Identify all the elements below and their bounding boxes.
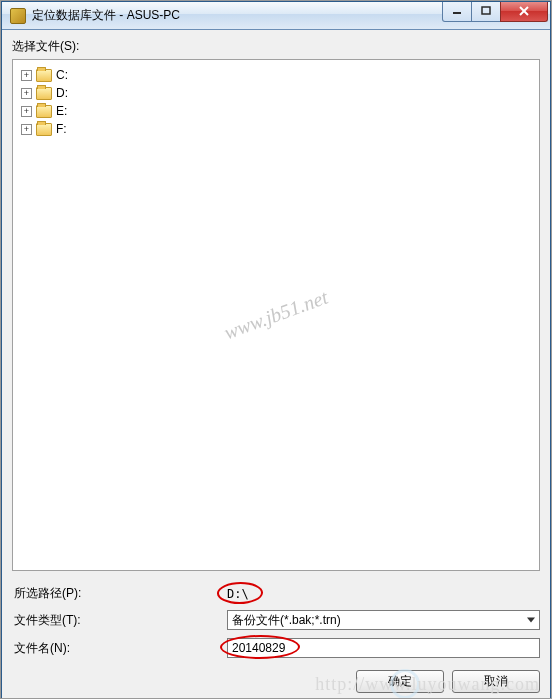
button-row: 确定 取消 http://www.luyouwang.com — [12, 670, 540, 693]
tree-row[interactable]: + F: — [17, 120, 535, 138]
svg-rect-1 — [482, 7, 490, 14]
window-title: 定位数据库文件 - ASUS-PC — [32, 7, 443, 24]
titlebar: 定位数据库文件 - ASUS-PC — [2, 2, 550, 30]
cancel-button-label: 取消 — [484, 673, 508, 690]
watermark-text: www.jb51.net — [221, 286, 331, 345]
file-type-combo[interactable]: 备份文件(*.bak;*.trn) — [227, 610, 540, 630]
drive-label: C: — [56, 68, 68, 82]
app-icon — [10, 8, 26, 24]
expand-icon[interactable]: + — [21, 106, 32, 117]
file-type-label: 文件类型(T): — [12, 612, 227, 629]
drive-label: E: — [56, 104, 67, 118]
window-controls — [443, 2, 548, 22]
selected-path-label: 所选路径(P): — [12, 585, 227, 602]
folder-icon — [36, 123, 52, 136]
tree-row[interactable]: + E: — [17, 102, 535, 120]
expand-icon[interactable]: + — [21, 88, 32, 99]
select-files-label: 选择文件(S): — [12, 38, 540, 55]
minimize-button[interactable] — [442, 2, 472, 22]
file-tree[interactable]: + C: + D: + E: + F: www.jb51.net — [12, 59, 540, 571]
file-name-input-wrap — [227, 638, 540, 658]
file-type-value: 备份文件(*.bak;*.trn) — [232, 612, 341, 629]
ok-button-label: 确定 — [388, 673, 412, 690]
drive-label: F: — [56, 122, 67, 136]
selected-path-value: D:\ — [227, 587, 249, 601]
tree-row[interactable]: + C: — [17, 66, 535, 84]
drive-label: D: — [56, 86, 68, 100]
selected-path-text: D:\ — [227, 587, 249, 601]
ok-button[interactable]: 确定 — [356, 670, 444, 693]
file-type-row: 文件类型(T): 备份文件(*.bak;*.trn) — [12, 610, 540, 630]
expand-icon[interactable]: + — [21, 70, 32, 81]
close-button[interactable] — [500, 2, 548, 22]
maximize-button[interactable] — [471, 2, 501, 22]
tree-row[interactable]: + D: — [17, 84, 535, 102]
selected-path-row: 所选路径(P): D:\ — [12, 585, 540, 602]
file-name-row: 文件名(N): — [12, 638, 540, 658]
file-name-label: 文件名(N): — [12, 640, 227, 657]
chevron-down-icon — [527, 618, 535, 623]
file-name-input[interactable] — [232, 641, 535, 655]
folder-icon — [36, 69, 52, 82]
cancel-button[interactable]: 取消 — [452, 670, 540, 693]
folder-icon — [36, 87, 52, 100]
folder-icon — [36, 105, 52, 118]
expand-icon[interactable]: + — [21, 124, 32, 135]
client-area: 选择文件(S): + C: + D: + E: + F: ww — [2, 30, 550, 699]
